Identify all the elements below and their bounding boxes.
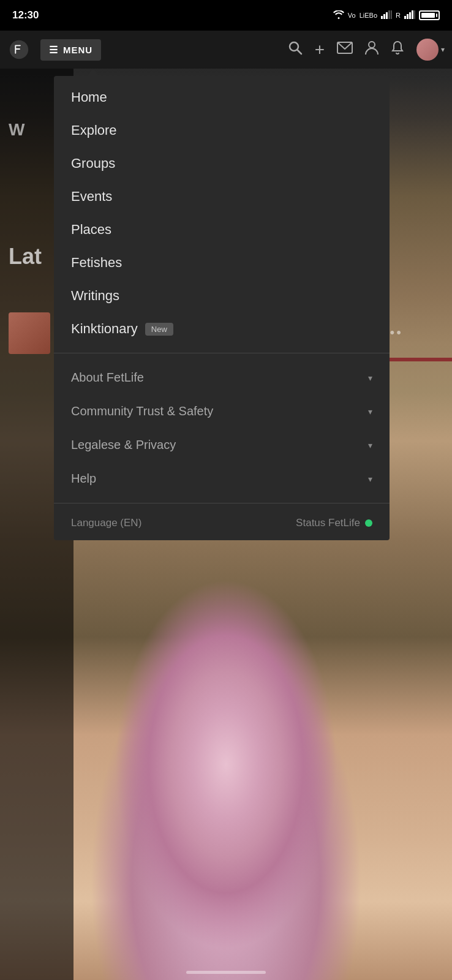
carrier-text2: LiEBo <box>360 12 377 19</box>
menu-item-community-trust-label: Community Trust & Safety <box>71 404 213 418</box>
svg-line-11 <box>297 50 301 55</box>
svg-rect-7 <box>409 12 411 19</box>
menu-item-writings-label: Writings <box>71 288 119 304</box>
bg-section-lat: Lat <box>9 244 42 270</box>
status-indicator: Status FetLife <box>296 517 372 529</box>
profile-icon[interactable] <box>365 40 379 59</box>
menu-item-groups-label: Groups <box>71 156 115 172</box>
svg-rect-8 <box>412 10 413 19</box>
menu-item-legalese[interactable]: Legalese & Privacy ▾ <box>54 428 390 462</box>
bg-title-w: W <box>9 120 24 140</box>
svg-rect-5 <box>404 16 406 19</box>
menu-item-explore-label: Explore <box>71 123 117 138</box>
bell-icon[interactable] <box>391 40 404 59</box>
language-selector[interactable]: Language (EN) <box>71 517 141 529</box>
menu-secondary-section: About FetLife ▾ Community Trust & Safety… <box>54 356 390 500</box>
svg-rect-6 <box>407 14 409 19</box>
menu-item-events[interactable]: Events <box>54 180 390 213</box>
svg-rect-1 <box>383 14 385 19</box>
menu-item-fetishes-label: Fetishes <box>71 255 122 271</box>
menu-item-about-fetlife-label: About FetLife <box>71 371 144 385</box>
menu-item-writings[interactable]: Writings <box>54 279 390 312</box>
status-dot <box>365 519 372 527</box>
battery-indicator <box>419 10 440 20</box>
menu-divider-1 <box>54 353 390 353</box>
menu-item-help[interactable]: Help ▾ <box>54 462 390 496</box>
svg-rect-9 <box>414 10 415 19</box>
dropdown-menu: Home Explore Groups Events Places Fetish… <box>54 76 390 540</box>
about-fetlife-chevron: ▾ <box>368 373 372 383</box>
svg-point-13 <box>369 42 375 48</box>
svg-rect-0 <box>381 16 383 19</box>
menu-pointer <box>87 69 99 76</box>
menu-item-events-label: Events <box>71 189 112 205</box>
menu-footer: Language (EN) Status FetLife <box>54 506 390 540</box>
home-indicator <box>186 971 266 974</box>
menu-item-community-trust[interactable]: Community Trust & Safety ▾ <box>54 394 390 428</box>
signal-bars-2 <box>404 10 415 21</box>
menu-item-kinktionary-label: Kinktionary <box>71 321 138 337</box>
user-avatar <box>416 39 439 61</box>
menu-item-places[interactable]: Places <box>54 213 390 246</box>
mail-icon[interactable] <box>337 42 353 58</box>
menu-label: MENU <box>63 45 92 55</box>
fetlife-logo[interactable] <box>7 38 31 61</box>
content-thumbnail <box>9 312 50 354</box>
status-label: Status FetLife <box>296 517 360 529</box>
kinktionary-badge: New <box>145 323 173 336</box>
menu-item-places-label: Places <box>71 222 111 238</box>
menu-divider-2 <box>54 503 390 503</box>
avatar-wrapper[interactable]: ▾ <box>416 39 445 61</box>
svg-rect-4 <box>391 10 392 19</box>
menu-button[interactable]: ☰ MENU <box>40 39 101 61</box>
signal-bars-1 <box>381 10 392 21</box>
menu-primary-section: Home Explore Groups Events Places Fetish… <box>54 76 390 350</box>
menu-item-home-label: Home <box>71 89 107 105</box>
community-trust-chevron: ▾ <box>368 407 372 417</box>
menu-item-help-label: Help <box>71 472 96 486</box>
battery-nub <box>436 13 437 17</box>
help-chevron: ▾ <box>368 474 372 484</box>
menu-item-explore[interactable]: Explore <box>54 114 390 147</box>
status-bar: 12:30 Vo LiEBo R <box>0 0 452 31</box>
hamburger-icon: ☰ <box>49 44 58 56</box>
menu-item-home[interactable]: Home <box>54 81 390 114</box>
menu-item-kinktionary[interactable]: Kinktionary New <box>54 312 390 345</box>
search-icon[interactable] <box>288 40 303 59</box>
avatar-dropdown-arrow: ▾ <box>441 45 445 54</box>
add-icon[interactable]: + <box>315 40 325 59</box>
menu-item-about-fetlife[interactable]: About FetLife ▾ <box>54 361 390 394</box>
svg-rect-3 <box>388 10 390 19</box>
wifi-icon <box>333 10 344 21</box>
battery-fill <box>421 13 435 18</box>
menu-item-groups[interactable]: Groups <box>54 147 390 180</box>
legalese-chevron: ▾ <box>368 440 372 450</box>
menu-item-legalese-label: Legalese & Privacy <box>71 438 176 452</box>
menu-item-fetishes[interactable]: Fetishes <box>54 246 390 279</box>
nav-bar: ☰ MENU + <box>0 31 452 69</box>
status-icons: Vo LiEBo R <box>333 10 440 21</box>
svg-rect-2 <box>386 12 388 19</box>
roaming-r: R <box>396 12 401 19</box>
nav-icons: + ▾ <box>288 39 445 61</box>
carrier-text: Vo <box>348 12 356 19</box>
status-time: 12:30 <box>12 9 39 21</box>
